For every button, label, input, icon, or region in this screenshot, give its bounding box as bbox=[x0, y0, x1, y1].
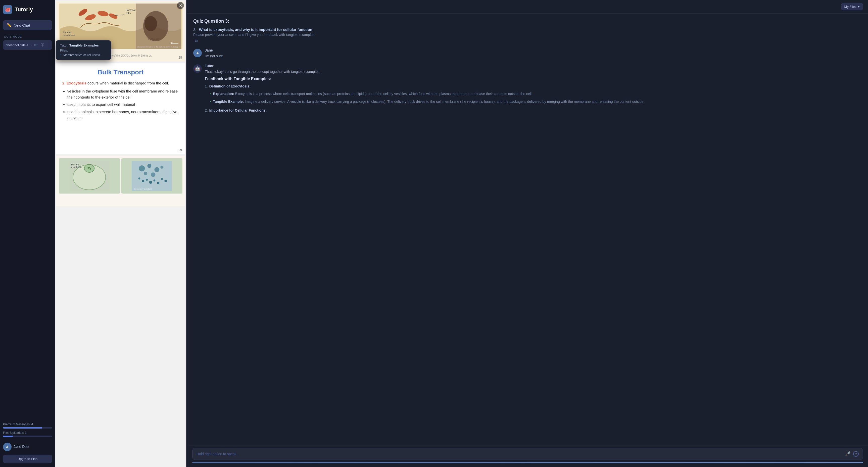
svg-point-37 bbox=[154, 180, 156, 182]
user-message-avatar: A bbox=[193, 49, 202, 57]
section-intro: occurs when material is discharged from … bbox=[88, 81, 169, 85]
tooltip-tutor-row: Tutor: Tangible Examples bbox=[60, 43, 107, 47]
quiz-question-num: 3. What is exocytosis, and why is it imp… bbox=[193, 27, 862, 32]
microphone-icon[interactable]: 🎤 bbox=[845, 451, 851, 457]
premium-messages-progress-fill bbox=[3, 427, 42, 429]
tooltip-popup: Tutor: Tangible Examples Files: 1. Membr… bbox=[56, 40, 111, 60]
quiz-mode-label: Quiz Mode bbox=[3, 35, 52, 38]
files-uploaded-label: Files Uploaded: 1 bbox=[3, 431, 52, 435]
my-files-button[interactable]: My Files ▾ bbox=[841, 3, 863, 10]
chat-panel: My Files ▾ Quiz Question 3: 3. What is e… bbox=[187, 0, 868, 467]
bullet-1: vesicles in the cytoplasm fuse with the … bbox=[67, 88, 179, 100]
sidebar: 🐙 Tutorly ✏️ New Chat Quiz Mode phosphol… bbox=[0, 0, 55, 467]
svg-text:membrane: membrane bbox=[63, 34, 75, 37]
chat-item[interactable]: phospholipids a... ••• ⓘ Tutor: Tangible… bbox=[3, 40, 52, 50]
svg-text:cells: cells bbox=[126, 12, 131, 14]
app-name: Tutorly bbox=[14, 6, 33, 13]
tangible-value: Imagine a delivery service. A vesicle is… bbox=[245, 99, 645, 103]
slide-29: Bulk Transport 2. Exocytosis occurs when… bbox=[56, 63, 185, 154]
svg-point-19 bbox=[85, 164, 94, 173]
membrane-img-left: Plasma membrane bbox=[59, 158, 120, 193]
user-name: Jane Doe bbox=[13, 445, 29, 449]
svg-text:Secretory product: Secretory product bbox=[134, 188, 152, 190]
slide-body: 2. Exocytosis occurs when material is di… bbox=[62, 80, 179, 121]
svg-point-39 bbox=[161, 178, 163, 180]
svg-point-35 bbox=[146, 179, 148, 181]
feedback-heading: Feedback with Tangible Examples: bbox=[205, 77, 862, 81]
files-uploaded-progress-fill bbox=[3, 436, 13, 437]
slide-29-num: 29 bbox=[179, 148, 182, 152]
files-uploaded-progress-bg bbox=[3, 436, 52, 437]
tangible-label: Tangible Example: bbox=[213, 99, 244, 103]
svg-point-34 bbox=[142, 180, 145, 182]
copy-icon-row: ⧉ bbox=[193, 38, 862, 44]
svg-point-36 bbox=[149, 181, 152, 184]
new-chat-icon: ✏️ bbox=[7, 23, 11, 27]
explanation-label: Explanation: bbox=[213, 92, 234, 96]
tutor-message-content: Tutor That's okay! Let's go through the … bbox=[205, 64, 862, 118]
svg-point-31 bbox=[151, 173, 156, 177]
input-accent-bar bbox=[192, 462, 863, 463]
section-title: Exocytosis bbox=[67, 81, 87, 85]
file-viewer: ✕ Bacterial cells Plasma membran bbox=[55, 0, 186, 467]
user-initials: A bbox=[6, 445, 8, 449]
bullet-3: used in animals to secrete hormones, neu… bbox=[67, 109, 179, 121]
bulk-transport-title: Bulk Transport bbox=[62, 68, 179, 76]
tutor-message: 🤖 Tutor That's okay! Let's go through th… bbox=[193, 64, 862, 118]
svg-point-28 bbox=[148, 164, 152, 168]
new-chat-label: New Chat bbox=[13, 23, 30, 27]
slide-bullets: vesicles in the cytoplasm fuse with the … bbox=[67, 88, 179, 121]
svg-point-32 bbox=[161, 166, 164, 169]
upgrade-plan-button[interactable]: Upgrade Plan bbox=[3, 455, 52, 463]
my-files-label: My Files bbox=[844, 5, 857, 8]
svg-text:Plasma: Plasma bbox=[71, 163, 79, 166]
logo-emoji: 🐙 bbox=[4, 6, 11, 12]
question-num-text: 3. bbox=[193, 27, 196, 32]
help-icon[interactable]: ? bbox=[853, 451, 859, 457]
svg-point-29 bbox=[155, 167, 160, 172]
user-avatar: A bbox=[3, 443, 11, 451]
tutor-message-avatar: 🤖 bbox=[193, 64, 202, 73]
quiz-instruction: Please provide your answer, and I'll giv… bbox=[193, 33, 862, 37]
feedback-item-tangible: • Tangible Example: Imagine a delivery s… bbox=[210, 99, 862, 104]
question-text: What is exocytosis, and why is it import… bbox=[199, 27, 312, 32]
tooltip-file-1: 1. MembraneStructureFunctio... bbox=[60, 53, 107, 57]
feedback-section-2: 2. Importance for Cellular Functions: bbox=[205, 108, 862, 114]
quiz-question-header: Quiz Question 3: bbox=[193, 19, 862, 24]
user-message-text: i'm not sure bbox=[205, 53, 862, 59]
info-button[interactable]: ⓘ bbox=[40, 42, 45, 48]
svg-text:Micrograph Courtesy of the CDC: Micrograph Courtesy of the CDC/Dr. Edwin… bbox=[137, 46, 180, 48]
close-file-viewer-button[interactable]: ✕ bbox=[177, 2, 184, 9]
section-2-title: Importance for Cellular Functions: bbox=[209, 108, 267, 112]
svg-point-27 bbox=[139, 165, 145, 172]
new-chat-button[interactable]: ✏️ New Chat bbox=[3, 20, 52, 30]
tooltip-tutor-label: Tutor: bbox=[60, 43, 68, 47]
feedback-item-explanation: • Explanation: Exocytosis is a process w… bbox=[210, 91, 862, 96]
slide-28-num: 28 bbox=[179, 56, 182, 59]
chat-messages: Quiz Question 3: 3. What is exocytosis, … bbox=[187, 13, 868, 445]
svg-text:Bacterial: Bacterial bbox=[126, 9, 135, 11]
tooltip-files-label: Files: bbox=[60, 49, 107, 52]
membrane-img-right: Secretory product bbox=[121, 158, 182, 193]
svg-point-13 bbox=[145, 16, 157, 31]
svg-point-33 bbox=[138, 178, 141, 180]
chat-input[interactable] bbox=[196, 452, 843, 456]
chat-header: My Files ▾ bbox=[187, 0, 868, 13]
explanation-value: Exocytosis is a process where cells tran… bbox=[235, 92, 532, 96]
premium-messages-label: Premium Messages: 4 bbox=[3, 423, 52, 426]
svg-point-21 bbox=[90, 168, 91, 170]
tutor-message-intro: That's okay! Let's go through the concep… bbox=[205, 69, 862, 74]
logo-row: 🐙 Tutorly bbox=[3, 4, 52, 15]
section-2-num: 2. bbox=[205, 108, 208, 112]
logo-icon: 🐙 bbox=[3, 5, 12, 14]
chat-input-box: 🎤 ? bbox=[192, 448, 863, 460]
user-message: A Jane i'm not sure bbox=[193, 48, 862, 59]
premium-messages-progress-bg bbox=[3, 427, 52, 429]
chat-item-text: phospholipids a... bbox=[5, 43, 33, 47]
more-options-button[interactable]: ••• bbox=[33, 42, 38, 48]
copy-button[interactable]: ⧉ bbox=[194, 38, 198, 44]
slide-30: Plasma membrane bbox=[56, 156, 185, 206]
premium-section: Premium Messages: 4 Files Uploaded: 1 A … bbox=[3, 420, 52, 463]
chat-item-actions: ••• ⓘ bbox=[33, 42, 45, 48]
svg-text:1 µm: 1 µm bbox=[169, 41, 174, 43]
